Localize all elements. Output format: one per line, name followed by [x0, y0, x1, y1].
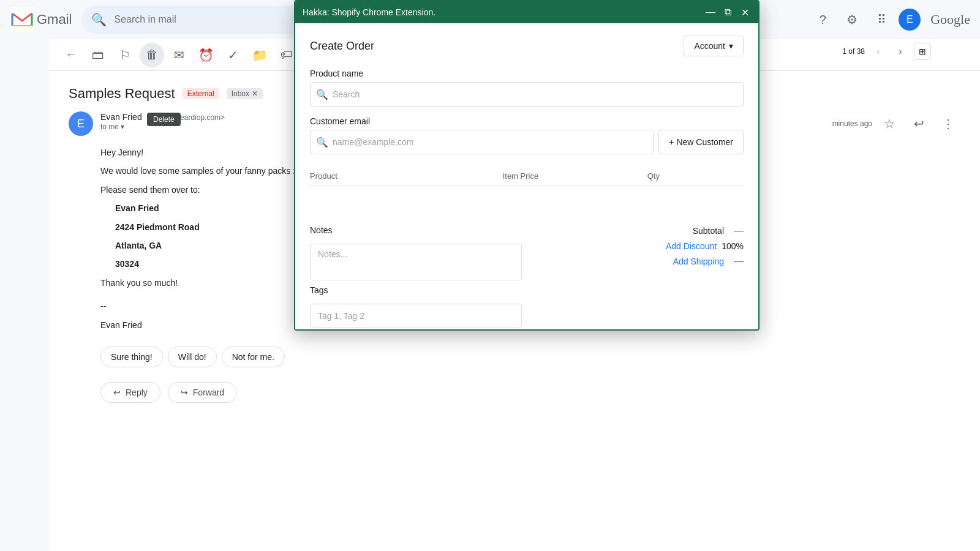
- modal-title: Create Order: [310, 40, 374, 53]
- spam-button[interactable]: ⚐: [113, 43, 137, 67]
- external-badge: External: [183, 88, 219, 99]
- modal-titlebar-controls: — ⧉ ✕: [704, 6, 751, 18]
- sender-name: Evan Fried: [100, 112, 142, 122]
- next-email-button[interactable]: ›: [892, 43, 909, 60]
- tags-label: Tags: [310, 285, 522, 295]
- col-item-price: Item Price: [503, 171, 647, 181]
- topbar-right: ? ⚙ ⠿ E Google: [810, 7, 970, 32]
- email-actions: minutes ago ☆ ↩ ⋮: [832, 111, 960, 136]
- google-wordmark: Google: [930, 12, 970, 28]
- snooze-button[interactable]: ⏰: [194, 43, 218, 67]
- subtotal-label: Subtotal: [693, 226, 724, 236]
- customer-email-wrapper: 🔍: [310, 130, 654, 154]
- notes-column: Notes Tags: [310, 225, 522, 328]
- account-label: Account: [694, 41, 725, 51]
- table-header: Product Item Price Qty: [310, 167, 744, 186]
- col-qty: Qty: [647, 171, 744, 181]
- account-chevron-icon: ▾: [729, 41, 733, 51]
- new-customer-button[interactable]: + New Customer: [658, 130, 744, 154]
- search-bar-icon: 🔍: [91, 12, 107, 27]
- help-icon[interactable]: ?: [810, 7, 835, 32]
- discount-row: Add Discount 100%: [532, 241, 744, 251]
- discount-percent: 100%: [722, 241, 744, 251]
- reply-arrow-icon: ↩: [113, 388, 121, 397]
- close-button[interactable]: ✕: [739, 6, 751, 18]
- modal-body: Create Order Account ▾ Product name 🔍 Cu…: [295, 23, 758, 329]
- gmail-logo: Gmail: [10, 7, 72, 32]
- product-search-input[interactable]: [310, 82, 744, 107]
- product-search-wrapper: 🔍: [310, 82, 744, 107]
- reply-button[interactable]: ↩ Reply: [100, 382, 160, 403]
- modal-titlebar-title: Hakka: Shopify Chrome Extension.: [303, 7, 704, 17]
- archive-button[interactable]: 🗃: [86, 43, 110, 67]
- minimize-button[interactable]: —: [704, 6, 717, 18]
- back-button[interactable]: ←: [59, 43, 83, 67]
- inbox-badge: Inbox ✕: [227, 88, 263, 99]
- apps-icon[interactable]: ⠿: [869, 7, 894, 32]
- mark-unread-button[interactable]: ✉: [167, 43, 191, 67]
- table-body: [310, 191, 744, 216]
- shipping-row: Add Shipping —: [532, 256, 744, 267]
- add-discount-link[interactable]: Add Discount: [666, 241, 717, 251]
- forward-label: Forward: [193, 388, 224, 397]
- pagination-count: 1 of 38: [842, 47, 865, 56]
- bottom-section: Notes Tags Subtotal — Add Discount 100% …: [310, 225, 744, 328]
- sender-email: <evan@weardiop.com>: [147, 113, 225, 122]
- tags-input[interactable]: [310, 304, 522, 328]
- notes-textarea[interactable]: [310, 244, 522, 280]
- add-shipping-link[interactable]: Add Shipping: [673, 257, 724, 266]
- quick-reply-not-for-me[interactable]: Not for me.: [222, 347, 285, 367]
- subtotal-row: Subtotal —: [532, 225, 744, 236]
- col-product: Product: [310, 171, 503, 181]
- customer-search-icon: 🔍: [316, 137, 328, 148]
- quick-replies: Sure thing! Will do! Not for me.: [100, 347, 960, 367]
- modal-overlay: Hakka: Shopify Chrome Extension. — ⧉ ✕ C…: [294, 0, 760, 331]
- more-email-button[interactable]: ⋮: [936, 111, 960, 136]
- reply-label: Reply: [126, 388, 148, 397]
- subtotal-value: —: [734, 225, 744, 236]
- prev-email-button[interactable]: ‹: [870, 43, 887, 60]
- customer-email-input[interactable]: [310, 130, 654, 154]
- forward-button[interactable]: ↪ Forward: [168, 382, 237, 403]
- settings-icon[interactable]: ⚙: [840, 7, 864, 32]
- move-button[interactable]: 📁: [247, 43, 272, 67]
- email-subject: Samples Request: [69, 86, 175, 102]
- quick-reply-will-do[interactable]: Will do!: [168, 347, 217, 367]
- expand-recipients-icon[interactable]: ▾: [121, 122, 124, 131]
- product-name-label: Product name: [310, 69, 744, 78]
- inbox-close-icon[interactable]: ✕: [252, 89, 258, 98]
- gmail-m-icon: [10, 7, 34, 32]
- gmail-wordmark: Gmail: [37, 12, 72, 28]
- quick-reply-sure[interactable]: Sure thing!: [100, 347, 163, 367]
- pricing-column: Subtotal — Add Discount 100% Add Shippin…: [532, 225, 744, 328]
- sender-avatar: E: [69, 111, 93, 136]
- account-button[interactable]: Account ▾: [684, 36, 744, 56]
- modal-titlebar: Hakka: Shopify Chrome Extension. — ⧉ ✕: [295, 1, 758, 23]
- forward-arrow-icon: ↪: [181, 388, 188, 397]
- modal-header-row: Create Order Account ▾: [310, 36, 744, 56]
- shipping-value: —: [734, 256, 744, 267]
- customer-email-label: Customer email: [310, 116, 744, 126]
- reply-icon-button[interactable]: ↩: [907, 111, 931, 136]
- email-timestamp: minutes ago: [832, 119, 872, 128]
- tasks-button[interactable]: ✓: [221, 43, 245, 67]
- delete-button[interactable]: 🗑: [140, 43, 164, 67]
- notes-label: Notes: [310, 225, 522, 235]
- action-buttons: ↩ Reply ↪ Forward: [100, 382, 960, 403]
- maximize-button[interactable]: ⧉: [722, 6, 734, 18]
- avatar[interactable]: E: [899, 9, 921, 31]
- star-button[interactable]: ☆: [877, 111, 902, 136]
- product-search-icon: 🔍: [316, 89, 328, 100]
- view-toggle-button[interactable]: ⊞: [914, 43, 931, 60]
- pagination: 1 of 38 ‹ › ⊞: [842, 43, 931, 60]
- customer-row: 🔍 + New Customer: [310, 130, 744, 154]
